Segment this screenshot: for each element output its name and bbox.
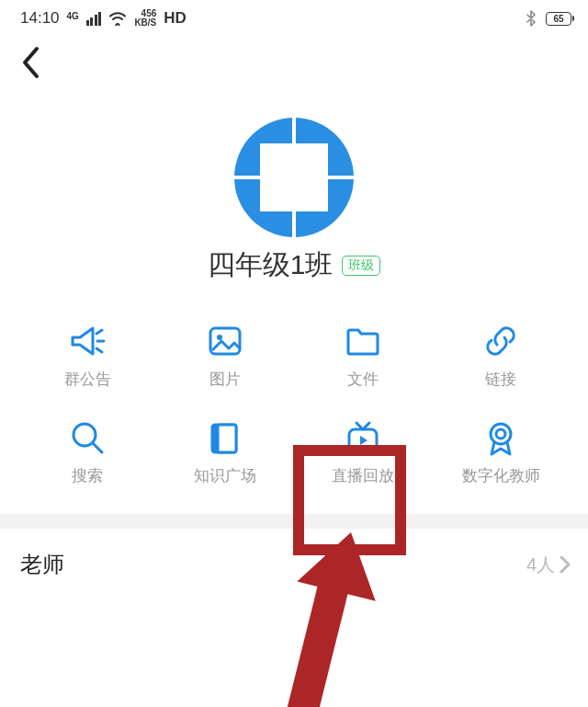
status-left: 14:10 4G 456 KB/S HD (20, 9, 187, 28)
chevron-left-icon (20, 46, 40, 79)
group-name-row: 四年级1班 班级 (208, 246, 381, 284)
teacher-label: 老师 (20, 550, 64, 579)
nav-header (0, 37, 588, 92)
wifi-icon (108, 11, 127, 26)
battery-icon: 65 (546, 12, 571, 26)
class-avatar-icon (234, 118, 354, 237)
status-bar: 14:10 4G 456 KB/S HD 65 (0, 0, 588, 37)
group-avatar[interactable] (234, 118, 354, 237)
search-icon (67, 417, 107, 458)
grid-item-knowledge[interactable]: 知识广场 (156, 417, 294, 486)
grid-label: 文件 (347, 369, 379, 390)
back-button[interactable] (13, 39, 48, 90)
grid-item-link[interactable]: 链接 (432, 321, 570, 390)
image-icon (205, 321, 245, 361)
grid-item-image[interactable]: 图片 (156, 321, 294, 390)
book-icon (205, 417, 245, 458)
grid-item-live-replay[interactable]: 直播回放 (294, 417, 432, 486)
grid-item-announcement[interactable]: 群公告 (18, 321, 156, 390)
grid-label: 知识广场 (194, 465, 256, 486)
bluetooth-icon (524, 10, 538, 27)
award-icon (481, 417, 521, 458)
teacher-count-group: 4人 (526, 553, 571, 577)
class-badge: 班级 (342, 256, 380, 276)
grid-label: 数字化教师 (462, 465, 540, 486)
link-icon (481, 321, 521, 361)
svg-rect-6 (210, 328, 240, 354)
status-right: 65 (524, 10, 571, 27)
grid-label: 链接 (485, 369, 516, 390)
status-time: 14:10 (20, 9, 60, 28)
chevron-right-icon (559, 554, 571, 575)
svg-rect-1 (260, 143, 328, 211)
function-grid: 群公告 图片 文件 链接 (0, 284, 588, 514)
grid-label: 群公告 (64, 369, 111, 390)
group-name: 四年级1班 (208, 246, 334, 284)
grid-item-search[interactable]: 搜索 (18, 417, 156, 486)
net-gen: 4G (67, 11, 79, 21)
hd-label: HD (164, 9, 187, 28)
net-speed: 456 KB/S (134, 9, 156, 28)
svg-point-16 (496, 429, 505, 439)
svg-line-9 (93, 443, 102, 452)
teacher-row[interactable]: 老师 4人 (0, 529, 588, 600)
grid-label: 直播回放 (332, 465, 394, 486)
svg-point-15 (491, 424, 511, 444)
tv-play-icon (343, 417, 383, 458)
grid-label: 图片 (209, 369, 241, 390)
cell-signal-icon (86, 12, 102, 26)
grid-label: 搜索 (72, 465, 103, 486)
teacher-count: 4人 (526, 553, 555, 577)
section-divider (0, 514, 588, 529)
svg-point-7 (217, 335, 222, 340)
megaphone-icon (67, 321, 107, 361)
group-info: 四年级1班 班级 (0, 92, 588, 284)
svg-rect-12 (218, 425, 236, 452)
folder-icon (343, 321, 383, 361)
grid-item-file[interactable]: 文件 (294, 321, 432, 390)
grid-item-digital-teacher[interactable]: 数字化教师 (432, 417, 570, 486)
